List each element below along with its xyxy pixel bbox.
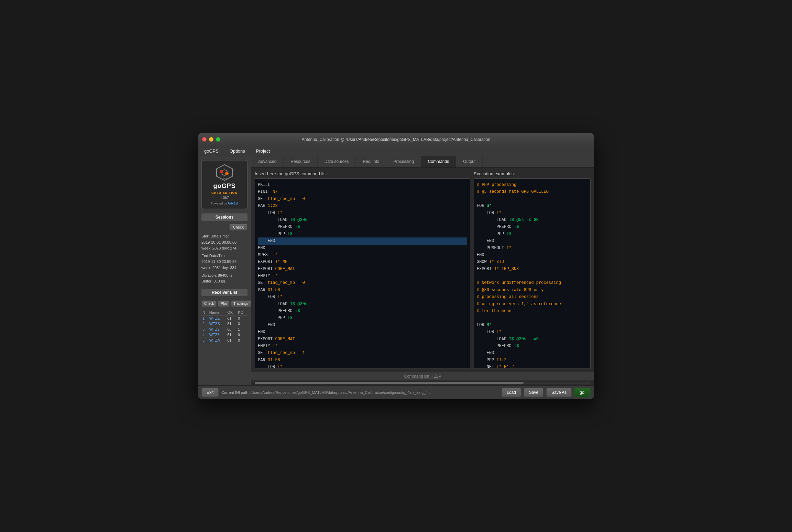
receiver-ko: 0 xyxy=(237,321,248,326)
receiver-n: 5 xyxy=(201,337,208,343)
duration-row: Duration: 86400 [s] xyxy=(201,273,248,279)
gogps-logo-icon: GPS xyxy=(216,164,233,181)
logo-subtitle: GReD EDITION xyxy=(211,191,238,195)
command-editor-label: Insert here the goGPS command list: xyxy=(255,171,470,176)
menu-gogps[interactable]: goGPS xyxy=(202,148,221,154)
receiver-ok: 61 xyxy=(226,332,237,337)
main-window: Antenna_Calibration @ /Users/Andrea/Repo… xyxy=(198,133,594,399)
receiver-list-header: Receiver List xyxy=(201,289,248,296)
receiver-ko: 1 xyxy=(237,326,248,332)
col-n: N xyxy=(201,310,208,315)
receiver-ko: 0 xyxy=(237,332,248,337)
left-panel: GPS goGPS GReD EDITION 1.0b7 Powered by … xyxy=(198,156,251,385)
examples-label: Execution examples: xyxy=(474,171,591,176)
receiver-table: N Name OK KO 1WTZZ6102WTZS6103WTZ26014WT… xyxy=(201,310,248,343)
receiver-ko: 0 xyxy=(237,337,248,343)
command-editor[interactable]: PKILLPINIT N7SET flag_rec_mp = 0PAR 1:28… xyxy=(255,178,470,368)
buffer-row: Buffer: 0, 0 [s] xyxy=(201,278,248,285)
receiver-ok: 61 xyxy=(226,315,237,321)
menu-project[interactable]: Project xyxy=(254,148,272,154)
tab-advanced[interactable]: Advanced xyxy=(251,156,284,167)
logo-version: 1.0b7 xyxy=(220,196,229,200)
close-button[interactable] xyxy=(202,137,207,142)
table-row[interactable]: 3WTZ2601 xyxy=(201,326,248,332)
bottom-bar: Exit Current INI path: /Users/Andrea/Rep… xyxy=(198,385,594,399)
col-ok: OK xyxy=(226,310,237,315)
receiver-n: 2 xyxy=(201,321,208,326)
plot-button[interactable]: Plot xyxy=(218,300,229,307)
command-help-link[interactable]: Command list HELP xyxy=(404,374,441,379)
receiver-n: 1 xyxy=(201,315,208,321)
powered-brand: GReD xyxy=(228,201,239,205)
horizontal-scrollbar[interactable] xyxy=(255,382,591,384)
check-sessions-button[interactable]: Check xyxy=(229,224,248,231)
main-content: GPS goGPS GReD EDITION 1.0b7 Powered by … xyxy=(198,156,594,385)
menubar: goGPS Options Project xyxy=(198,146,594,156)
logo-title: goGPS xyxy=(213,182,235,190)
check-receivers-button[interactable]: Check xyxy=(201,300,217,307)
trackings-button[interactable]: Trackings xyxy=(231,300,251,307)
receiver-name[interactable]: WTZ3 xyxy=(208,332,226,337)
powered-by-label: Powered by GReD xyxy=(211,201,239,205)
tab-processing[interactable]: Processing xyxy=(386,156,421,167)
load-button[interactable]: Load xyxy=(502,388,521,397)
receiver-ok: 61 xyxy=(226,337,237,343)
col-ko: KO xyxy=(237,310,248,315)
table-row[interactable]: 1WTZZ610 xyxy=(201,315,248,321)
start-week-value: week: 2073 doy: 274 xyxy=(201,245,248,252)
traffic-lights xyxy=(202,137,220,142)
tab-resources[interactable]: Resources xyxy=(284,156,317,167)
examples-editor: % PPP processing% @5 seconds rate GPS GA… xyxy=(474,178,591,368)
table-row[interactable]: 4WTZ3610 xyxy=(201,332,248,337)
tab-data-sources[interactable]: Data sources xyxy=(318,156,356,167)
col-name: Name xyxy=(208,310,226,315)
go-button[interactable]: go! xyxy=(574,388,591,397)
tab-output[interactable]: Output xyxy=(456,156,483,167)
save-button[interactable]: Save xyxy=(524,388,543,397)
maximize-button[interactable] xyxy=(216,137,220,142)
exit-button[interactable]: Exit xyxy=(201,388,219,397)
minimize-button[interactable] xyxy=(209,137,213,142)
menu-options[interactable]: Options xyxy=(228,148,247,154)
receiver-ok: 60 xyxy=(226,326,237,332)
receiver-name[interactable]: WTZ2 xyxy=(208,326,226,332)
ini-path: Current INI path: /Users/Andrea/Reposito… xyxy=(221,390,499,395)
end-week-value: week: 2081 doy: 334 xyxy=(201,265,248,271)
table-row[interactable]: 5WTZA610 xyxy=(201,337,248,343)
command-editor-section: Insert here the goGPS command list: PKIL… xyxy=(255,171,470,368)
svg-point-2 xyxy=(220,170,223,173)
commands-area: Insert here the goGPS command list: PKIL… xyxy=(251,168,594,372)
titlebar: Antenna_Calibration @ /Users/Andrea/Repo… xyxy=(198,133,594,146)
receiver-n: 4 xyxy=(201,332,208,337)
start-date-value: 2019-10-01 00:00:00 xyxy=(201,240,248,246)
window-title: Antenna_Calibration @ /Users/Andrea/Repo… xyxy=(302,137,490,142)
receiver-name[interactable]: WTZA xyxy=(208,337,226,343)
session-info: Start Date/Time: 2019-10-01 00:00:00 wee… xyxy=(201,233,248,285)
tabs-bar: Advanced Resources Data sources Rec. Inf… xyxy=(251,156,594,168)
receiver-ko: 0 xyxy=(237,315,248,321)
receiver-name[interactable]: WTZZ xyxy=(208,315,226,321)
sessions-header: Sessions xyxy=(201,213,248,221)
end-date-value: 2019-11-30 23:59:59 xyxy=(201,259,248,265)
receiver-buttons: Check Plot Trackings xyxy=(201,300,248,307)
start-date-label: Start Date/Time: xyxy=(201,233,248,240)
receiver-ok: 61 xyxy=(226,321,237,326)
tab-commands[interactable]: Commands xyxy=(421,156,456,167)
save-as-button[interactable]: Save As xyxy=(546,388,572,397)
table-row[interactable]: 2WTZS610 xyxy=(201,321,248,326)
receiver-name[interactable]: WTZS xyxy=(208,321,226,326)
svg-text:GPS: GPS xyxy=(222,177,227,180)
help-bar: Command list HELP xyxy=(251,372,594,380)
tab-rec-info[interactable]: Rec. Info xyxy=(356,156,386,167)
examples-section: Execution examples: % PPP processing% @5… xyxy=(474,171,591,368)
tab-content-commands: Insert here the goGPS command list: PKIL… xyxy=(251,168,594,385)
end-date-label: End Date/Time: xyxy=(201,253,248,259)
receiver-n: 3 xyxy=(201,326,208,332)
logo-box: GPS goGPS GReD EDITION 1.0b7 Powered by … xyxy=(201,160,248,209)
horizontal-scrollbar-thumb[interactable] xyxy=(255,382,524,384)
svg-point-3 xyxy=(225,172,229,175)
right-panel: Advanced Resources Data sources Rec. Inf… xyxy=(251,156,594,385)
